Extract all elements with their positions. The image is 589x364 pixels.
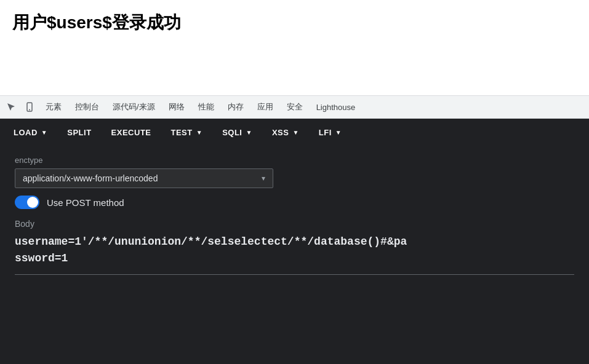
main-content: enctype application/x-www-form-urlencode… [0,146,589,364]
top-area: 用户$users$登录成功 [0,0,589,95]
tab-memory[interactable]: 内存 [222,98,250,116]
toolbar: LOAD ▼ SPLIT EXECUTE TEST ▼ SQLI ▼ XSS ▼… [0,119,589,146]
tab-elements[interactable]: 元素 [39,98,68,116]
sqli-caret: ▼ [246,129,252,136]
toggle-label: Use POST method [47,197,124,208]
load-caret: ▼ [41,129,47,136]
tab-network[interactable]: 网络 [162,98,191,116]
execute-button[interactable]: EXECUTE [103,122,160,142]
page-wrapper: 用户$users$登录成功 元素 控制台 源代码/来源 网络 [0,0,589,364]
tab-sources[interactable]: 源代码/来源 [106,98,161,116]
lfi-button[interactable]: LFI ▼ [310,122,350,142]
tab-lighthouse[interactable]: Lighthouse [310,98,362,116]
cursor-icon[interactable] [2,98,20,116]
tab-console[interactable]: 控制台 [69,98,105,116]
post-method-toggle[interactable] [15,196,39,209]
tab-security[interactable]: 安全 [281,98,309,116]
chevron-down-icon: ▾ [262,174,265,183]
xss-button[interactable]: XSS ▼ [263,122,308,142]
main-title: 用户$users$登录成功 [12,11,181,34]
body-bottom-line [15,274,574,275]
split-button[interactable]: SPLIT [58,122,100,142]
toggle-row: Use POST method [15,196,574,209]
sqli-button[interactable]: SQLI ▼ [214,122,261,142]
body-label: Body [15,219,574,229]
load-button[interactable]: LOAD ▼ [5,122,56,142]
body-content: username=1'/**/ununionion/**/selselectec… [15,234,574,267]
lfi-caret: ▼ [335,129,342,136]
devtools-tabbar: 元素 控制台 源代码/来源 网络 性能 内存 应用 安全 Lighthouse [0,95,589,119]
mobile-icon[interactable] [21,98,38,116]
enctype-label: enctype [15,156,574,165]
tab-application[interactable]: 应用 [251,98,279,116]
enctype-dropdown[interactable]: application/x-www-form-urlencoded ▾ [15,168,273,188]
enctype-section: enctype application/x-www-form-urlencode… [15,156,574,188]
body-section: Body username=1'/**/ununionion/**/selsel… [15,219,574,275]
test-caret: ▼ [196,129,202,136]
test-button[interactable]: TEST ▼ [162,122,212,142]
xss-caret: ▼ [292,129,299,136]
enctype-value: application/x-www-form-urlencoded [23,173,158,183]
tab-performance[interactable]: 性能 [192,98,220,116]
